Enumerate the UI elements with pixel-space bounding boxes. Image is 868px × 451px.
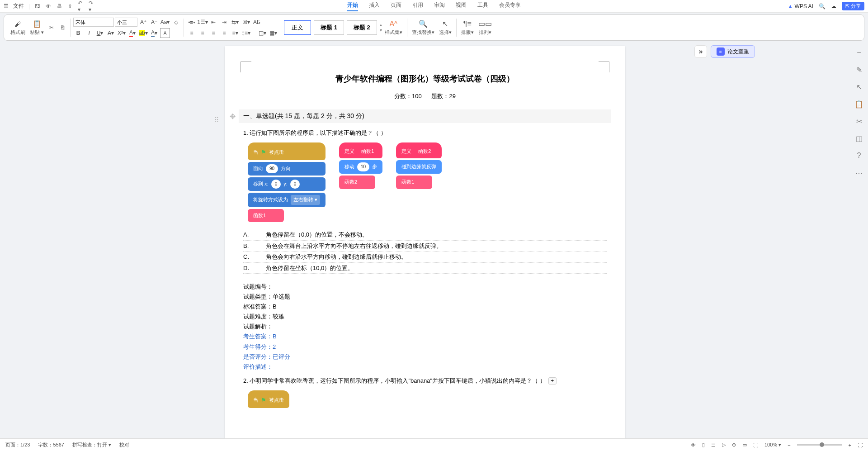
search-icon[interactable]: 🔍 bbox=[819, 3, 826, 9]
question-1: 1. 运行如下图所示的程序后，以下描述正确的是？（ ） 当 ⚑ 被点击 面向90… bbox=[239, 128, 611, 372]
highlight-icon[interactable]: ab▾ bbox=[138, 28, 148, 38]
spell-check-status[interactable]: 拼写检查：打开 ▾ bbox=[72, 442, 111, 448]
undo-icon[interactable]: ↶ ▾ bbox=[78, 3, 84, 9]
export-icon[interactable]: ⇪ bbox=[67, 3, 73, 9]
shading-icon[interactable]: A▾ bbox=[149, 28, 159, 38]
fit-page-icon[interactable]: ⛶ bbox=[858, 442, 863, 448]
borders-icon[interactable]: ▦▾ bbox=[268, 28, 278, 38]
select-button[interactable]: ↖选择▾ bbox=[437, 19, 453, 37]
clear-format-icon[interactable]: ◇ bbox=[171, 17, 181, 27]
style-normal[interactable]: 正文 bbox=[284, 20, 311, 35]
reading-view-icon[interactable]: ▭ bbox=[742, 442, 747, 448]
document-title[interactable]: 青少年软件编程（图形化）等级考试试卷（四级） bbox=[239, 73, 611, 84]
zoom-out-icon[interactable]: − bbox=[788, 442, 790, 448]
wps-ai-button[interactable]: ▲ WPS AI bbox=[788, 3, 813, 9]
tab-settings-icon[interactable]: ⇆▾ bbox=[230, 17, 240, 27]
paper-check-button[interactable]: ≡论文查重 bbox=[711, 45, 755, 58]
number-list-icon[interactable]: 1☰▾ bbox=[198, 17, 208, 27]
tab-insert[interactable]: 插入 bbox=[369, 1, 380, 11]
document-canvas[interactable]: ⠿ 青少年软件编程（图形化）等级考试试卷（四级） 分数：100 题数：29 ✥ … bbox=[0, 42, 850, 438]
bold-icon[interactable]: B bbox=[73, 28, 83, 38]
cut-icon[interactable]: ✂ bbox=[47, 23, 57, 33]
style-heading1[interactable]: 标题 1 bbox=[314, 20, 344, 35]
find-replace-button[interactable]: 🔍查找替换▾ bbox=[410, 19, 436, 37]
style-set-button[interactable]: Aᴬ样式集▾ bbox=[383, 19, 404, 37]
eye-icon[interactable]: 👁 bbox=[691, 442, 696, 448]
redo-icon[interactable]: ↷ ▾ bbox=[89, 3, 95, 9]
outline-view-icon[interactable]: ☰ bbox=[711, 442, 716, 448]
char-border-icon[interactable]: A bbox=[160, 28, 170, 38]
style-heading2[interactable]: 标题 2 bbox=[347, 20, 377, 35]
align-center-icon[interactable]: ≡ bbox=[198, 28, 208, 38]
distribute-icon[interactable]: ≡▾ bbox=[230, 28, 240, 38]
change-case-icon[interactable]: Aa▾ bbox=[160, 17, 170, 27]
word-count[interactable]: 字数：5567 bbox=[38, 442, 64, 448]
superscript-icon[interactable]: X²▾ bbox=[117, 28, 127, 38]
ribbon-tabs: 开始 插入 页面 引用 审阅 视图 工具 会员专享 bbox=[347, 1, 521, 11]
sort-icon[interactable]: ☒▾ bbox=[241, 17, 251, 27]
section-handle-icon[interactable]: ✥ bbox=[230, 112, 236, 121]
page-view-icon[interactable]: ▯ bbox=[702, 442, 705, 448]
print-preview-icon[interactable]: 👁 bbox=[45, 3, 52, 9]
play-icon[interactable]: ▷ bbox=[722, 442, 726, 448]
cloud-icon[interactable]: ☁ bbox=[831, 3, 836, 9]
zoom-value[interactable]: 100% ▾ bbox=[764, 442, 781, 448]
margin-corner bbox=[599, 62, 609, 72]
strike-icon[interactable]: A̶▾ bbox=[106, 28, 116, 38]
tab-review[interactable]: 审阅 bbox=[434, 1, 445, 11]
menu-icon[interactable]: ☰ bbox=[4, 3, 9, 9]
outdent-icon[interactable]: ⇤ bbox=[208, 17, 218, 27]
line-spacing-icon[interactable]: ‡≡▾ bbox=[241, 28, 251, 38]
arrange-button[interactable]: ▭▭排列▾ bbox=[476, 19, 494, 37]
proofing-status[interactable]: 校对 bbox=[119, 442, 129, 448]
paste-button[interactable]: 📋粘贴 ▾ bbox=[28, 19, 46, 37]
align-left-icon[interactable]: ≡ bbox=[187, 28, 197, 38]
file-menu[interactable]: 文件 bbox=[13, 2, 24, 10]
tab-start[interactable]: 开始 bbox=[347, 1, 358, 11]
font-size-select[interactable] bbox=[115, 18, 137, 27]
shrink-font-icon[interactable]: A⁻ bbox=[149, 17, 159, 27]
page-indicator[interactable]: 页面：1/23 bbox=[5, 442, 30, 448]
tab-tools[interactable]: 工具 bbox=[477, 1, 488, 11]
font-color-icon[interactable]: A▾ bbox=[127, 28, 137, 38]
indent-icon[interactable]: ⇥ bbox=[219, 17, 229, 27]
tab-reference[interactable]: 引用 bbox=[412, 1, 423, 11]
margin-corner bbox=[241, 62, 251, 72]
align-justify-icon[interactable]: ≡ bbox=[219, 28, 229, 38]
cursor-icon[interactable]: ↖ bbox=[854, 81, 864, 92]
tab-vip[interactable]: 会员专享 bbox=[499, 1, 521, 11]
para-shading-icon[interactable]: ◫▾ bbox=[257, 28, 267, 38]
save-icon[interactable]: 🖫 bbox=[34, 3, 41, 9]
bookmark-icon[interactable]: ◫ bbox=[854, 133, 864, 144]
style-more-icon[interactable]: ▴▾ bbox=[380, 22, 382, 33]
help-icon[interactable]: ? bbox=[854, 150, 864, 161]
document-page[interactable]: ⠿ 青少年软件编程（图形化）等级考试试卷（四级） 分数：100 题数：29 ✥ … bbox=[225, 46, 625, 438]
minus-icon[interactable]: − bbox=[854, 47, 864, 58]
question-meta: 试题编号： 试题类型：单选题 标准答案：B 试题难度：较难 试题解析： 考生答案… bbox=[243, 282, 607, 372]
tab-page[interactable]: 页面 bbox=[391, 1, 401, 11]
grow-font-icon[interactable]: A⁺ bbox=[138, 17, 148, 27]
underline-icon[interactable]: U▾ bbox=[95, 28, 105, 38]
font-name-select[interactable] bbox=[73, 18, 114, 27]
show-marks-icon[interactable]: АБ bbox=[252, 17, 262, 27]
pencil-icon[interactable]: ✎ bbox=[854, 64, 864, 75]
tab-view[interactable]: 视图 bbox=[456, 1, 467, 11]
bullet-list-icon[interactable]: ⦁☰▾ bbox=[187, 17, 197, 27]
italic-icon[interactable]: I bbox=[84, 28, 94, 38]
clipboard-icon[interactable]: 📋 bbox=[854, 99, 864, 109]
more-icon[interactable]: ⋯ bbox=[854, 167, 864, 178]
copy-icon[interactable]: ⎘ bbox=[57, 23, 67, 33]
focus-view-icon[interactable]: ⛶ bbox=[753, 442, 758, 448]
web-view-icon[interactable]: ⊕ bbox=[732, 442, 736, 448]
typeset-button[interactable]: ¶≡排版▾ bbox=[459, 19, 476, 37]
add-button[interactable]: + bbox=[548, 377, 557, 385]
zoom-in-icon[interactable]: + bbox=[849, 442, 851, 448]
zoom-slider[interactable] bbox=[797, 444, 842, 446]
share-button[interactable]: ⇱ 分享 bbox=[842, 2, 864, 10]
print-icon[interactable]: 🖶 bbox=[56, 3, 62, 9]
format-painter-button[interactable]: 🖌格式刷 bbox=[9, 19, 27, 37]
drag-handle-icon[interactable]: ⠿ bbox=[214, 116, 219, 123]
crop-icon[interactable]: ✂ bbox=[854, 116, 864, 127]
align-right-icon[interactable]: ≡ bbox=[208, 28, 218, 38]
collapse-panel-icon[interactable]: » bbox=[694, 45, 707, 58]
